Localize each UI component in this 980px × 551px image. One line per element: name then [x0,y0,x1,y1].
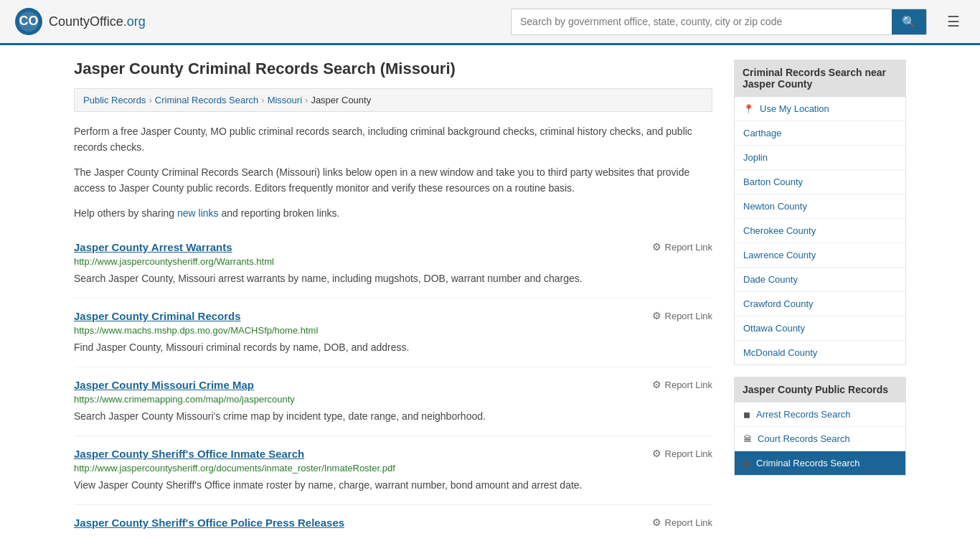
report-link[interactable]: ⚙ Report Link [652,241,712,253]
sidebar-nearby-label: Dade County [743,274,798,285]
sidebar-nearby-label: Joplin [743,152,768,163]
result-item: Jasper County Arrest Warrants⚙ Report Li… [74,230,712,298]
result-item: Jasper County Sheriff's Office Inmate Se… [74,436,712,505]
result-title[interactable]: Jasper County Criminal Records [74,310,241,322]
result-url[interactable]: https://www.machs.mshp.dps.mo.gov/MACHSf… [74,325,712,336]
sidebar-nearby-link[interactable]: Crawford County [735,292,905,316]
sidebar-nearby-item: Lawrence County [735,243,905,268]
description-para1: Perform a free Jasper County, MO public … [74,123,712,156]
sidebar-nearby-label: Use My Location [760,103,829,114]
main-content: Jasper County Criminal Records Search (M… [74,60,712,543]
result-item: Jasper County Sheriff's Office Police Pr… [74,505,712,543]
breadcrumb: Public Records › Criminal Records Search… [74,88,712,112]
sidebar-nearby-link[interactable]: Newton County [735,194,905,218]
result-desc: Search Jasper County Missouri's crime ma… [74,409,712,424]
sidebar-nearby-item: Joplin [735,146,905,170]
report-link[interactable]: ⚙ Report Link [652,379,712,390]
sidebar: Criminal Records Search near Jasper Coun… [734,60,906,543]
nearby-list: 📍Use My LocationCarthageJoplinBarton Cou… [734,97,906,365]
sidebar-nearby-item: Ottawa County [735,316,905,341]
sidebar-nearby-label: Carthage [743,128,781,138]
logo-icon: CO [14,7,43,36]
sidebar-nearby-link[interactable]: Joplin [735,146,905,169]
report-icon: ⚙ [652,517,661,528]
report-icon: ⚙ [652,241,661,253]
result-title[interactable]: Jasper County Arrest Warrants [74,241,232,253]
sidebar-nearby-link[interactable]: Lawrence County [735,243,905,267]
sidebar-nearby-link[interactable]: Cherokee County [735,219,905,242]
sidebar-nearby-link[interactable]: Dade County [735,268,905,291]
logo-link[interactable]: CO CountyOffice.org [14,7,146,36]
sidebar-records-link[interactable]: 🏛Court Records Search [735,427,905,451]
sidebar-nearby-link[interactable]: Carthage [735,121,905,145]
sidebar-nearby-item: Cherokee County [735,219,905,243]
result-url[interactable]: https://www.crimemapping.com/map/mo/jasp… [74,394,712,405]
records-section: Jasper County Public Records ◼Arrest Rec… [734,377,906,476]
result-title[interactable]: Jasper County Missouri Crime Map [74,379,254,391]
search-input[interactable] [512,10,892,33]
report-link[interactable]: ⚙ Report Link [652,310,712,321]
result-title[interactable]: Jasper County Sheriff's Office Police Pr… [74,517,344,529]
menu-button[interactable]: ☰ [941,10,966,33]
sidebar-nearby-label: Lawrence County [743,250,816,260]
sidebar-nearby-item: Crawford County [735,292,905,316]
description-para3: Help others by sharing new links and rep… [74,205,712,221]
sidebar-records-link[interactable]: ◼Criminal Records Search [735,451,905,475]
breadcrumb-criminal-records[interactable]: Criminal Records Search [155,95,259,105]
breadcrumb-public-records[interactable]: Public Records [83,95,146,105]
sidebar-nearby-label: Cherokee County [743,225,816,236]
sidebar-nearby-item: Dade County [735,268,905,292]
result-desc: Search Jasper County, Missouri arrest wa… [74,271,712,286]
logo-text: CountyOffice.org [49,14,146,29]
sidebar-records-label: Arrest Records Search [756,409,851,420]
sidebar-nearby-item: Carthage [735,121,905,146]
report-link[interactable]: ⚙ Report Link [652,448,712,459]
sidebar-nearby-label: Ottawa County [743,323,805,334]
breadcrumb-current: Jasper County [311,95,371,105]
sidebar-nearby-item: McDonald County [735,341,905,364]
main-container: Jasper County Criminal Records Search (M… [60,45,920,551]
report-icon: ⚙ [652,310,661,321]
sidebar-records-item: 🏛Court Records Search [735,427,905,451]
sidebar-nearby-item: Newton County [735,194,905,219]
sidebar-nearby-link[interactable]: 📍Use My Location [735,97,905,121]
result-desc: Find Jasper County, Missouri criminal re… [74,340,712,355]
building-icon: 🏛 [743,434,752,444]
header: CO CountyOffice.org 🔍 ☰ [0,0,980,45]
svg-text:CO: CO [19,14,39,28]
shield-icon: ◼ [743,410,750,420]
page-title: Jasper County Criminal Records Search (M… [74,60,712,78]
results-list: Jasper County Arrest Warrants⚙ Report Li… [74,230,712,543]
report-icon: ⚙ [652,448,661,459]
sidebar-records-link[interactable]: ◼Arrest Records Search [735,402,905,426]
report-icon: ⚙ [652,379,661,390]
sidebar-nearby-item: Barton County [735,170,905,194]
sidebar-nearby-label: McDonald County [743,347,817,358]
result-title[interactable]: Jasper County Sheriff's Office Inmate Se… [74,448,304,460]
sidebar-nearby-item: 📍Use My Location [735,97,905,121]
sidebar-nearby-link[interactable]: Barton County [735,170,905,194]
records-list: ◼Arrest Records Search🏛Court Records Sea… [734,402,906,476]
result-url[interactable]: http://www.jaspercountysheriff.org/Warra… [74,256,712,267]
search-button[interactable]: 🔍 [892,9,926,34]
result-item: Jasper County Missouri Crime Map⚙ Report… [74,367,712,436]
description-para2: The Jasper County Criminal Records Searc… [74,164,712,197]
new-links-link[interactable]: new links [177,207,219,219]
sidebar-records-label: Court Records Search [758,433,850,444]
shield-icon: ◼ [743,458,750,468]
sidebar-nearby-label: Barton County [743,176,803,187]
sidebar-nearby-link[interactable]: Ottawa County [735,316,905,340]
sidebar-nearby-link[interactable]: McDonald County [735,341,905,364]
sidebar-nearby-label: Newton County [743,201,807,212]
result-url[interactable]: http://www.jaspercountysheriff.org/docum… [74,463,712,474]
result-item: Jasper County Criminal Records⚙ Report L… [74,298,712,367]
report-link[interactable]: ⚙ Report Link [652,517,712,528]
sidebar-records-item: ◼Arrest Records Search [735,402,905,427]
sidebar-records-item: ◼Criminal Records Search [735,451,905,475]
breadcrumb-missouri[interactable]: Missouri [268,95,302,105]
result-desc: View Jasper County Sheriff's Office inma… [74,478,712,493]
sidebar-records-label: Criminal Records Search [756,458,860,468]
records-header: Jasper County Public Records [734,377,906,402]
sidebar-nearby-label: Crawford County [743,298,814,309]
nearby-section: Criminal Records Search near Jasper Coun… [734,60,906,365]
